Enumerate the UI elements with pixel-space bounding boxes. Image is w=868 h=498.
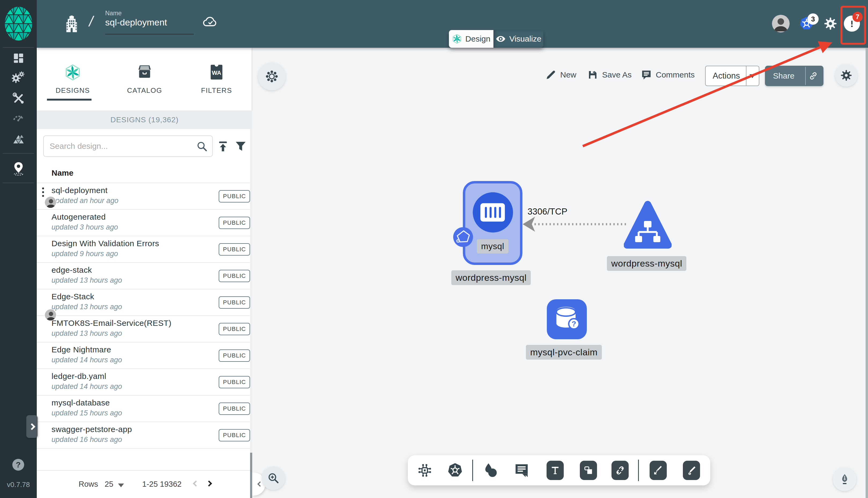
shapes-tool[interactable] (482, 461, 499, 480)
sidebar-expand-button[interactable] (26, 415, 38, 438)
sidebar-divider (3, 47, 34, 48)
pod-badge[interactable] (453, 227, 473, 247)
help-button[interactable]: ? (12, 459, 24, 471)
design-row[interactable]: FMTOK8S-Email-Service(REST) updated 13 h… (37, 316, 250, 342)
panel-tab-catalog[interactable]: CATALOG (109, 53, 181, 107)
panel-scrollbar-track[interactable] (250, 128, 252, 498)
link-tool-icon (615, 465, 625, 476)
section-title: DESIGNS (19,362) (110, 116, 179, 124)
comment-tool[interactable] (513, 461, 530, 480)
funnel-icon (234, 140, 247, 153)
design-canvas[interactable]: New Save As Comments Actions Share (252, 48, 868, 498)
design-name: ledger-db.yaml (52, 372, 106, 381)
gear-icon (824, 17, 838, 30)
design-row[interactable]: Autogenerated updated 3 hours ago PUBLIC (37, 210, 250, 236)
tools-icon (12, 92, 25, 105)
sidebar-item-kanvas[interactable] (0, 159, 37, 179)
dock-divider (472, 460, 473, 481)
rows-label: Rows (79, 480, 98, 489)
search-icon[interactable] (196, 141, 208, 152)
design-name-input[interactable] (105, 17, 194, 28)
sidebar-item-dashboard[interactable] (0, 48, 37, 68)
sidebar: ? v0.7.78 (0, 0, 37, 498)
edge-layer (252, 48, 868, 498)
tab-visualize[interactable]: Visualize (493, 30, 543, 48)
next-page-button[interactable] (206, 481, 212, 487)
notification-badge: 7 (853, 12, 863, 22)
comment-icon (514, 462, 530, 479)
design-updated: updated 15 hours ago (52, 409, 122, 417)
design-name: sql-deployment (52, 186, 107, 195)
design-row[interactable]: swagger-petstore-app updated 16 hours ag… (37, 422, 250, 449)
design-row[interactable]: edge-stack updated 13 hours ago PUBLIC (37, 263, 250, 289)
visibility-badge: PUBLIC (219, 350, 250, 362)
rectangle-tool[interactable] (580, 461, 597, 480)
svg-text:?: ? (571, 320, 576, 328)
arrow-pen-icon (653, 465, 663, 476)
sidebar-item-performance[interactable] (0, 108, 37, 128)
tab-design[interactable]: Design (449, 30, 493, 48)
sidebar-item-lifecycle[interactable] (0, 68, 37, 88)
breadcrumb-separator: / (89, 13, 93, 29)
chevron-left-icon (257, 481, 263, 487)
design-row[interactable]: ledger-db.yaml updated 14 hours ago PUBL… (37, 369, 250, 395)
kubernetes-context-badge: 3 (807, 13, 819, 25)
input-underline (105, 34, 194, 35)
design-updated: updated 13 hours ago (52, 303, 122, 311)
freehand-draw-tool[interactable] (683, 461, 700, 480)
sidebar-item-configuration[interactable] (0, 89, 37, 108)
node-mysql-label: mysql (477, 239, 508, 253)
arrow-pen-tool[interactable] (650, 461, 667, 480)
tab-design-label: Design (465, 34, 490, 43)
component-shapes-tool[interactable] (416, 461, 433, 480)
page-scrollbar[interactable] (866, 48, 868, 498)
svg-text:WA: WA (212, 69, 221, 76)
kubernetes-components-tool[interactable] (446, 461, 464, 480)
panel-scrollbar-thumb[interactable] (250, 453, 252, 498)
node-mysql-pvc-claim[interactable]: ? (547, 299, 587, 339)
design-updated: updated 9 hours ago (52, 250, 118, 258)
design-name: Autogenerated (52, 212, 106, 222)
visibility-badge: PUBLIC (219, 190, 250, 202)
link-tool[interactable] (611, 461, 629, 480)
design-row[interactable]: Edge-Stack updated 13 hours ago PUBLIC (37, 289, 250, 316)
rows-per-page-select[interactable]: 25 (105, 480, 113, 489)
search-input[interactable] (43, 135, 213, 157)
zoom-in-icon (267, 472, 280, 484)
upload-design-button[interactable] (217, 140, 229, 153)
design-row[interactable]: Edge Nightmare updated 14 hours ago PUBL… (37, 342, 250, 369)
active-tab-underline (47, 99, 91, 101)
row-menu-icon[interactable] (42, 187, 44, 197)
text-tool-icon (550, 465, 560, 476)
speedometer-icon (12, 111, 25, 124)
visibility-badge: PUBLIC (219, 323, 250, 335)
shapes-icon (482, 462, 498, 479)
section-header: DESIGNS (19,362) (37, 110, 252, 129)
meshery-logo-icon[interactable] (4, 6, 33, 41)
zoom-in-button[interactable] (262, 466, 285, 490)
sidebar-item-extensions[interactable] (0, 130, 37, 150)
design-name: Edge Nightmare (52, 345, 111, 354)
design-name: Edge-Stack (52, 292, 94, 301)
mesh-pattern-icon (12, 133, 25, 146)
filter-designs-button[interactable] (234, 140, 247, 153)
design-name: swagger-petstore-app (52, 425, 132, 434)
design-name: FMTOK8S-Email-Service(REST) (52, 318, 171, 328)
design-row[interactable]: mysql-database updated 15 hours ago PUBL… (37, 395, 250, 422)
settings-button[interactable] (824, 17, 838, 30)
design-row[interactable]: Design With Validation Errors updated 9 … (37, 236, 250, 263)
design-row[interactable]: sql-deployment updated an hour ago PUBLI… (37, 183, 250, 210)
panel-tab-filters[interactable]: WA FILTERS (181, 53, 252, 107)
previous-page-button[interactable] (193, 481, 199, 487)
user-avatar[interactable] (772, 15, 790, 32)
text-tool[interactable] (546, 461, 564, 480)
node-wordpress-service[interactable] (624, 200, 672, 250)
header: / Name (37, 0, 868, 48)
chevron-right-icon (28, 423, 35, 430)
organization-icon[interactable] (65, 15, 78, 32)
container-icon (479, 202, 506, 223)
node-pvc-label: mysql-pvc-claim (526, 345, 602, 359)
pagination-bar: Rows 25 1-25 19362 (37, 470, 252, 498)
design-pen-button[interactable] (833, 468, 856, 491)
visibility-badge: PUBLIC (219, 376, 250, 388)
